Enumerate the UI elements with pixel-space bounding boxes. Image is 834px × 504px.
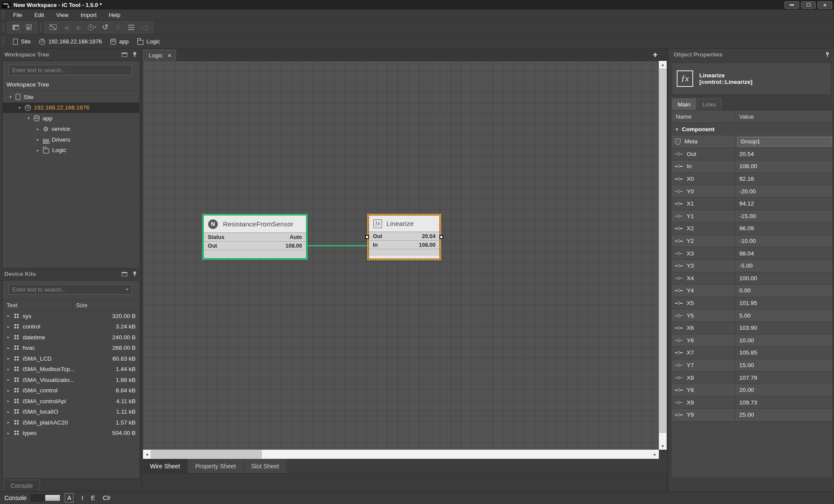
wire-link[interactable]: [308, 245, 367, 246]
property-row-x2[interactable]: X2 96.09: [671, 222, 832, 235]
close-button[interactable]: ×: [817, 1, 832, 9]
toolbar-grip[interactable]: [3, 38, 4, 46]
tree-node-app[interactable]: ▾ app: [3, 113, 139, 124]
connection-handle-left[interactable]: [365, 235, 369, 239]
toolbar-grip[interactable]: [3, 23, 4, 31]
property-row-meta[interactable]: ✓Meta Group1: [671, 136, 832, 148]
expand-arrow-icon[interactable]: ▾: [27, 116, 31, 120]
undo-button[interactable]: ↺: [100, 22, 111, 33]
pin-icon[interactable]: [825, 52, 830, 57]
expand-arrow-icon[interactable]: ▸: [7, 399, 11, 403]
expand-arrow-icon[interactable]: ▾: [8, 95, 13, 99]
scroll-left-icon[interactable]: ◂: [143, 450, 151, 459]
block-resistancefromsensor[interactable]: N ResistanceFromSensor Status Auto Out 1…: [202, 214, 308, 260]
property-row-out[interactable]: Out 20.54: [671, 148, 832, 161]
expand-arrow-icon[interactable]: ▸: [7, 431, 11, 435]
new-tab-button[interactable]: +: [653, 50, 658, 60]
block-linearize[interactable]: ƒx Linearize Out 20.54 In 108.00: [367, 214, 441, 260]
console-slider-thumb[interactable]: [45, 495, 60, 501]
meta-value-field[interactable]: Group1: [738, 137, 832, 146]
list-button[interactable]: [126, 22, 137, 33]
property-row-y5[interactable]: Y5 5.00: [671, 309, 832, 322]
property-row-y9[interactable]: Y9 25.00: [671, 409, 832, 421]
menu-import[interactable]: Import: [74, 12, 103, 18]
block-slot-out[interactable]: Out 20.54: [369, 232, 439, 241]
tab-slot-sheet[interactable]: Slot Sheet: [244, 459, 286, 473]
console-slider[interactable]: [31, 494, 60, 501]
property-row-x3[interactable]: X3 98.04: [671, 247, 832, 260]
device-button[interactable]: [139, 22, 150, 33]
device-kits-search-input[interactable]: [8, 284, 132, 295]
scroll-right-icon[interactable]: ▸: [651, 450, 659, 459]
console-error-button[interactable]: E: [91, 494, 95, 501]
tab-links[interactable]: Links: [697, 98, 721, 110]
kit-row-isma-visualization[interactable]: ▸iSMA_Visualizatio...1.68 kB: [3, 375, 139, 385]
kit-row-isma-control[interactable]: ▸iSMA_control8.84 kB: [3, 385, 139, 396]
minimize-button[interactable]: [784, 1, 799, 9]
kit-row-isma-plataac20[interactable]: ▸iSMA_platAAC201.57 kB: [3, 417, 139, 428]
column-header-text[interactable]: Text: [3, 300, 73, 310]
column-header-size[interactable]: Size: [73, 302, 87, 308]
redo-button[interactable]: ↻: [113, 22, 124, 33]
expand-arrow-icon[interactable]: ▸: [7, 346, 11, 350]
panel-restore-icon[interactable]: [122, 53, 127, 57]
tab-wire-sheet[interactable]: Wire Sheet: [143, 459, 187, 473]
block-slot-out[interactable]: Out 108.00: [204, 242, 306, 250]
breadcrumb-logic[interactable]: Logic: [137, 38, 160, 45]
expand-arrow-icon[interactable]: ▸: [36, 148, 40, 153]
property-row-y7[interactable]: Y7 15.00: [671, 359, 832, 372]
tab-property-sheet[interactable]: Property Sheet: [188, 459, 243, 473]
vertical-scrollbar-thumb[interactable]: [659, 69, 666, 433]
kit-row-sys[interactable]: ▸sys320.00 B: [3, 311, 139, 322]
menu-view[interactable]: View: [50, 12, 74, 18]
expand-arrow-icon[interactable]: ▸: [36, 127, 40, 131]
property-row-x8[interactable]: X8 107.79: [671, 371, 832, 384]
kit-row-control[interactable]: ▸control3.24 kB: [3, 322, 139, 332]
tree-node-device[interactable]: ▾ 192.168.22.166:1876: [3, 103, 139, 113]
kit-row-hvac[interactable]: ▸hvac268.00 B: [3, 343, 139, 354]
kit-row-isma-modbustcp[interactable]: ▸iSMA_ModbusTcp...1.44 kB: [3, 364, 139, 375]
block-slot-status[interactable]: Status Auto: [204, 233, 306, 242]
expand-arrow-icon[interactable]: ▸: [7, 335, 11, 339]
horizontal-scrollbar-thumb[interactable]: [151, 450, 262, 458]
property-row-y4[interactable]: Y4 0.00: [671, 285, 832, 297]
expand-arrow-icon[interactable]: ▸: [7, 314, 11, 318]
property-row-y6[interactable]: Y6 10.00: [671, 335, 832, 347]
property-row-x9[interactable]: X9 109.73: [671, 396, 832, 409]
column-header-name[interactable]: Name: [671, 110, 735, 123]
console-clear-button[interactable]: Clr: [103, 494, 111, 501]
property-row-x6[interactable]: X6 103.90: [671, 322, 832, 335]
block-header[interactable]: ƒx Linearize: [369, 216, 439, 232]
column-header-value[interactable]: Value: [735, 113, 754, 120]
expand-arrow-icon[interactable]: ▾: [676, 127, 678, 132]
wiresheet-canvas[interactable]: N ResistanceFromSensor Status Auto Out 1…: [143, 61, 659, 450]
breadcrumb-app[interactable]: app: [110, 38, 129, 45]
scroll-down-icon[interactable]: ▼: [659, 442, 667, 450]
property-row-y3[interactable]: Y3 -5.00: [671, 260, 832, 272]
console-all-button[interactable]: A: [65, 493, 73, 503]
section-component[interactable]: ▾ Component: [671, 123, 832, 136]
property-row-y8[interactable]: Y8 20.00: [671, 384, 832, 397]
property-row-x5[interactable]: X5 101.95: [671, 297, 832, 310]
connection-handle-right[interactable]: [439, 235, 443, 239]
menu-edit[interactable]: Edit: [28, 12, 50, 18]
pin-icon[interactable]: [133, 52, 137, 57]
property-row-y1[interactable]: Y1 -15.00: [671, 210, 832, 223]
menu-help[interactable]: Help: [103, 12, 126, 18]
edit-button[interactable]: [47, 22, 59, 33]
kit-row-types[interactable]: ▸types504.00 B: [3, 428, 139, 439]
tab-close-icon[interactable]: ×: [168, 52, 171, 59]
expand-arrow-icon[interactable]: ▸: [36, 137, 40, 142]
property-row-y2[interactable]: Y2 -10.00: [671, 235, 832, 248]
workspace-panels-button[interactable]: [10, 22, 21, 33]
property-row-in[interactable]: In 108.00: [671, 160, 832, 173]
expand-arrow-icon[interactable]: ▸: [7, 325, 11, 329]
toolbar-grip[interactable]: [40, 23, 42, 31]
kit-row-isma-controlapi[interactable]: ▸iSMA_controlApi4.11 kB: [3, 396, 139, 407]
scroll-up-icon[interactable]: ▲: [659, 61, 667, 68]
tab-logic[interactable]: Logic ×: [143, 50, 176, 61]
expand-arrow-icon[interactable]: ▸: [7, 410, 11, 414]
breadcrumb-device[interactable]: 192.168.22.166:1876: [39, 38, 102, 45]
forward-button[interactable]: ▶: [73, 22, 85, 33]
panel-restore-icon[interactable]: [122, 272, 127, 276]
